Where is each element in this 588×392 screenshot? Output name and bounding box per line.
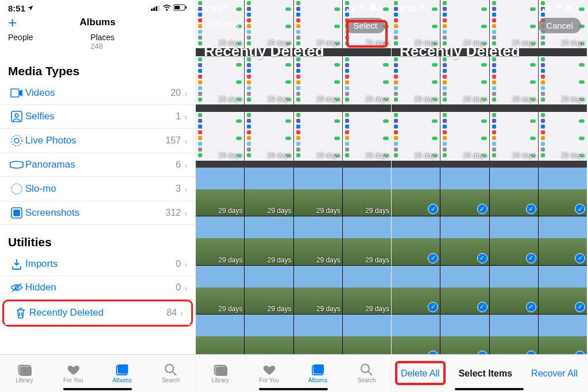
photo-thumbnail[interactable]: 29 days	[245, 216, 293, 265]
svg-rect-32	[381, 6, 382, 9]
add-button[interactable]: +	[8, 15, 17, 30]
video-icon	[8, 88, 25, 98]
photo-thumbnail[interactable]: 29 days	[440, 56, 489, 104]
dimmed-header: 29 days29 days29 days29 days29 days29 da…	[196, 0, 391, 168]
hidden-icon	[8, 283, 25, 292]
photo-thumbnail[interactable]: 29 days	[294, 168, 342, 216]
tab-search[interactable]: Search	[342, 355, 391, 392]
tab-library[interactable]: Library	[196, 355, 245, 392]
tab-for-you[interactable]: For You	[245, 355, 293, 392]
home-indicator[interactable]	[259, 388, 328, 390]
tab-label: Library	[211, 377, 229, 383]
svg-rect-26	[349, 7, 351, 11]
photo-thumbnail[interactable]: 29 days	[539, 112, 587, 160]
photo-thumbnail[interactable]: 29 days	[343, 56, 391, 104]
tab-search[interactable]: Search	[146, 355, 195, 392]
row-label: Live Photos	[25, 135, 165, 146]
row-count: 0	[176, 282, 181, 293]
photo-thumbnail[interactable]: 29 days	[343, 112, 391, 160]
photo-thumbnail[interactable]: 29 days	[343, 266, 391, 314]
photo-thumbnail[interactable]: ✓	[392, 168, 440, 216]
photo-thumbnail[interactable]: ✓	[539, 266, 587, 314]
photo-thumbnail[interactable]: ✓	[392, 216, 440, 265]
tab-bar: LibraryFor YouAlbumsSearch	[196, 354, 391, 392]
tab-albums[interactable]: Albums	[98, 355, 146, 392]
row-screenshots[interactable]: Screenshots 312 ›	[0, 201, 195, 225]
row-imports[interactable]: Imports 0 ›	[0, 253, 195, 276]
svg-line-39	[369, 372, 372, 375]
tab-albums[interactable]: Albums	[293, 355, 342, 392]
photo-thumbnail[interactable]: 29 days	[245, 56, 293, 104]
chevron-right-icon: ›	[184, 259, 187, 269]
row-live-photos[interactable]: Live Photos 157 ›	[0, 129, 195, 153]
row-hidden[interactable]: Hidden 0 ›	[0, 276, 195, 300]
photo-thumbnail[interactable]: ✓	[490, 266, 538, 314]
row-label: Panoramas	[25, 159, 176, 170]
photo-thumbnail[interactable]: 29 days	[196, 56, 244, 104]
cancel-button[interactable]: Cancel	[538, 18, 581, 33]
battery-icon	[565, 4, 579, 13]
photo-thumbnail[interactable]: 29 days	[294, 216, 342, 265]
photo-thumbnail[interactable]: 29 days	[245, 168, 293, 216]
photo-thumbnail[interactable]: 29 days	[539, 56, 587, 104]
photo-thumbnail[interactable]: 29 days	[196, 266, 244, 314]
photo-thumbnail[interactable]: ✓	[440, 168, 489, 216]
tab-icon	[67, 363, 80, 376]
status-time: 8:51	[8, 3, 25, 13]
svg-rect-15	[14, 210, 20, 216]
row-label: Videos	[25, 87, 171, 99]
svg-rect-47	[577, 6, 578, 9]
chevron-right-icon: ›	[184, 160, 187, 170]
row-slo-mo[interactable]: Slo-mo 3 ›	[0, 177, 195, 201]
album-places[interactable]: Places 248	[91, 33, 115, 51]
photo-thumbnail[interactable]: 29 days	[294, 112, 342, 160]
tab-label: Search	[358, 377, 376, 383]
phone-albums-list: 8:51 + Albums People Places 248 Media Ty…	[0, 0, 196, 392]
recover-all-button[interactable]: Recover All	[531, 368, 578, 379]
photo-thumbnail[interactable]: 29 days	[245, 112, 293, 160]
album-people[interactable]: People	[8, 33, 33, 51]
photo-thumbnail[interactable]: 29 days	[245, 266, 293, 314]
chevron-right-icon: ›	[184, 112, 187, 122]
photo-thumbnail[interactable]: 29 days	[294, 266, 342, 314]
row-selfies[interactable]: Selfies 1 ›	[0, 105, 195, 129]
row-recently-deleted[interactable]: Recently Deleted 84 ›	[4, 301, 191, 325]
photo-thumbnail[interactable]: ✓	[539, 168, 587, 216]
tab-label: For You	[259, 377, 278, 383]
days-remaining: 29 days	[561, 39, 585, 47]
svg-rect-3	[158, 5, 160, 11]
battery-icon	[369, 4, 383, 13]
photo-thumbnail[interactable]: 29 days	[196, 168, 244, 216]
photo-thumbnail[interactable]: ✓	[490, 216, 538, 265]
photo-thumbnail[interactable]: ✓	[392, 266, 440, 314]
home-indicator[interactable]	[455, 388, 524, 390]
photo-thumbnail[interactable]: 29 days	[343, 168, 391, 216]
photo-thumbnail[interactable]: ✓	[440, 216, 489, 265]
photo-thumbnail[interactable]: 29 days	[490, 112, 538, 160]
svg-rect-27	[351, 6, 353, 11]
svg-rect-37	[314, 364, 324, 374]
tab-library[interactable]: Library	[0, 355, 49, 392]
photo-thumbnail[interactable]: 29 days	[440, 112, 489, 160]
photo-thumbnail[interactable]: ✓	[440, 266, 489, 314]
page-title: Recently Deleted	[204, 42, 324, 60]
photo-thumbnail[interactable]: 29 days	[196, 216, 244, 265]
photo-thumbnail[interactable]: 29 days	[490, 56, 538, 104]
row-panoramas[interactable]: Panoramas 6 ›	[0, 153, 195, 177]
home-indicator[interactable]	[63, 388, 132, 390]
photo-thumbnail[interactable]: 29 days	[343, 216, 391, 265]
photo-thumbnail[interactable]: 29 days	[294, 56, 342, 104]
tab-for-you[interactable]: For You	[49, 355, 98, 392]
import-icon	[8, 258, 25, 270]
signal-icon	[151, 4, 160, 13]
photo-thumbnail[interactable]: ✓	[490, 168, 538, 216]
status-bar: 8:52	[196, 0, 391, 14]
svg-rect-43	[550, 5, 551, 11]
back-button[interactable]: ‹Albums	[202, 19, 239, 32]
row-videos[interactable]: Videos 20 ›	[0, 81, 195, 105]
tab-label: Albums	[113, 377, 131, 383]
photo-thumbnail[interactable]: 29 days	[196, 112, 244, 160]
photo-thumbnail[interactable]: 29 days	[392, 112, 440, 160]
photo-thumbnail[interactable]: ✓	[539, 216, 587, 265]
photo-thumbnail[interactable]: 29 days	[392, 56, 440, 104]
